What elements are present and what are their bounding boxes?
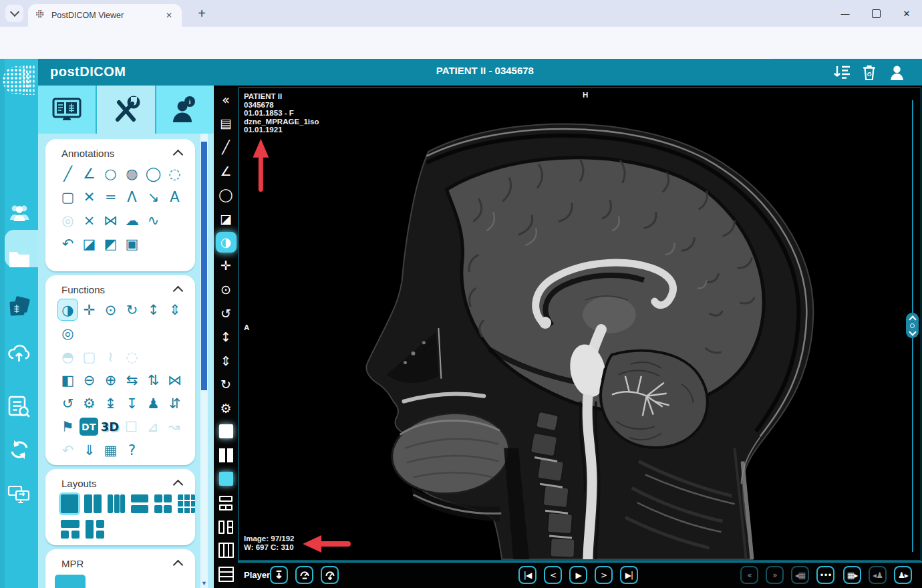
- next-series-button[interactable]: »: [766, 566, 784, 584]
- next-patient-button[interactable]: ♟▸: [894, 566, 912, 584]
- rectangle-icon[interactable]: ▢: [57, 186, 78, 208]
- spline-icon[interactable]: ∿: [143, 209, 164, 231]
- collapse-vertical-icon[interactable]: ↧: [122, 392, 142, 414]
- layout-1left-2right-button[interactable]: [214, 515, 238, 539]
- pointer-adjust-icon[interactable]: ↝: [164, 416, 184, 438]
- collapse-chevron-icon[interactable]: [173, 286, 184, 297]
- tab-search-button[interactable]: [5, 5, 23, 22]
- annotations-header[interactable]: Annotations: [45, 139, 195, 162]
- histogram-wl-icon[interactable]: ◓: [57, 345, 78, 368]
- reset-button[interactable]: ↻: [214, 373, 238, 397]
- scroll-down-arrow-icon[interactable]: ▼: [200, 580, 208, 587]
- stack-scroll-icon[interactable]: ⇕: [164, 299, 185, 321]
- previous-image-button[interactable]: <: [544, 566, 562, 584]
- ellipse-icon[interactable]: ◯: [143, 162, 164, 184]
- collapse-chevron-icon[interactable]: [173, 480, 184, 490]
- reset-icon[interactable]: ↺: [57, 392, 78, 414]
- image-scroll-thumb[interactable]: [906, 313, 919, 338]
- cross-measure-icon[interactable]: ✕: [79, 186, 100, 208]
- angle-icon[interactable]: ∠: [79, 162, 100, 184]
- crop-icon[interactable]: ⊿: [142, 416, 163, 438]
- layout-1left-2right[interactable]: [86, 520, 104, 539]
- layout-2x1[interactable]: [131, 494, 148, 513]
- report-view-button[interactable]: ▤: [214, 112, 238, 136]
- collapse-panel-button[interactable]: «: [214, 88, 238, 112]
- pan-icon[interactable]: ✛: [79, 299, 100, 321]
- patient-query-icon[interactable]: ?: [122, 439, 142, 461]
- postdicom-logo[interactable]: postDICOM: [50, 64, 126, 80]
- save-annotations-icon[interactable]: ▣: [122, 233, 142, 255]
- sidebar-item-patient-orders[interactable]: [0, 194, 38, 231]
- active-viewport-button[interactable]: [214, 468, 238, 492]
- account-icon[interactable]: [887, 63, 906, 81]
- sidebar-item-xray-images[interactable]: [0, 289, 38, 326]
- recycle-bin-icon[interactable]: ♻: [860, 63, 879, 81]
- tab-viewer-settings[interactable]: [38, 86, 97, 134]
- image-viewport[interactable]: PATIENT II034567801.01.1853 - Fdzne_MPRA…: [238, 88, 921, 561]
- dt-button[interactable]: DT: [80, 418, 98, 436]
- rotate-button[interactable]: ↺: [214, 301, 238, 325]
- more-options-button[interactable]: •••: [816, 566, 834, 584]
- open-cross-icon[interactable]: ⨯: [79, 209, 100, 231]
- browser-tab[interactable]: PostDICOM Viewer ✕: [28, 4, 182, 27]
- erase-all-icon[interactable]: ◩: [100, 233, 121, 255]
- ruler-button[interactable]: ╱: [214, 135, 238, 159]
- layout-1x2[interactable]: [84, 494, 102, 513]
- last-image-button[interactable]: ▶|: [620, 566, 638, 584]
- previous-patient-button[interactable]: ◂♟: [869, 566, 887, 584]
- panel-scrollbar[interactable]: ▼: [200, 134, 208, 588]
- sidebar-item-folders[interactable]: [0, 241, 38, 278]
- sidebar-item-worklist-search[interactable]: [0, 388, 38, 425]
- first-image-button[interactable]: |◀: [518, 566, 536, 584]
- zoom-out-icon[interactable]: ⊖: [79, 369, 100, 391]
- flip-vertical-icon[interactable]: ⇅: [143, 369, 164, 391]
- image-save-icon[interactable]: ▦: [100, 439, 121, 461]
- undo-annotation-icon[interactable]: ↶: [57, 233, 78, 255]
- layout-1x1[interactable]: [61, 494, 78, 513]
- point-icon[interactable]: ◎: [57, 209, 78, 231]
- layout-rows-button[interactable]: [214, 563, 238, 587]
- eraser-icon[interactable]: ◪: [79, 233, 100, 255]
- sidebar-item-cloud-upload[interactable]: [0, 334, 38, 372]
- layout-1x3[interactable]: [108, 494, 125, 513]
- panel-scrollbar-thumb[interactable]: [201, 142, 207, 390]
- download-images-button[interactable]: [270, 566, 288, 584]
- next-layout-button[interactable]: ▦▸: [843, 566, 861, 584]
- tab-patient-info[interactable]: i: [156, 86, 214, 134]
- arrow-annotation-icon[interactable]: ↘: [143, 186, 164, 208]
- selection-icon[interactable]: ☐: [121, 416, 142, 438]
- tab-close-icon[interactable]: ✕: [163, 9, 175, 21]
- circle-icon[interactable]: ○: [100, 162, 121, 184]
- rotate-icon[interactable]: ↻: [122, 299, 142, 321]
- layout-1top-2bottom[interactable]: [61, 520, 80, 539]
- layouts-header[interactable]: Layouts: [45, 469, 195, 492]
- patient-orientation-icon[interactable]: ♟: [143, 392, 164, 414]
- threed-button[interactable]: 3D: [100, 416, 120, 438]
- roi-freehand-icon[interactable]: ◌: [122, 345, 142, 368]
- sort-updown-icon[interactable]: ⇵: [164, 392, 185, 414]
- eraser-button[interactable]: ◪: [214, 206, 238, 231]
- freehand-draw-icon[interactable]: ◌: [164, 162, 185, 184]
- stack-scroll-button[interactable]: ⇕: [214, 349, 238, 373]
- reset-window-icon[interactable]: ⚙: [79, 392, 100, 414]
- window-maximize-button[interactable]: [861, 0, 891, 27]
- window-level-button[interactable]: ◑: [216, 232, 237, 253]
- next-image-button[interactable]: >: [595, 566, 613, 584]
- mpr-layout-tile[interactable]: [55, 575, 86, 588]
- tab-tools[interactable]: [97, 86, 156, 134]
- new-tab-button[interactable]: +: [192, 4, 211, 23]
- length-icon[interactable]: ╱: [57, 162, 78, 184]
- collapse-chevron-icon[interactable]: [173, 560, 184, 571]
- layout-1top-2bottom-button[interactable]: [214, 492, 238, 516]
- zoom-in-icon[interactable]: ⊕: [100, 369, 121, 391]
- localizer-icon[interactable]: ◎: [57, 322, 78, 344]
- cobb-angle-icon[interactable]: ⋈: [100, 209, 121, 231]
- tag-icon[interactable]: ⚑: [57, 416, 78, 438]
- window-close-button[interactable]: ✕: [891, 0, 922, 27]
- layout-1x2-button[interactable]: [214, 444, 238, 468]
- region-icon[interactable]: ☁: [122, 209, 142, 231]
- speed-down-button[interactable]: [295, 566, 313, 584]
- layout-2x2[interactable]: [154, 494, 172, 513]
- scroll-vertical-icon[interactable]: ↕: [143, 299, 164, 321]
- layout-1x3-button[interactable]: [214, 539, 238, 563]
